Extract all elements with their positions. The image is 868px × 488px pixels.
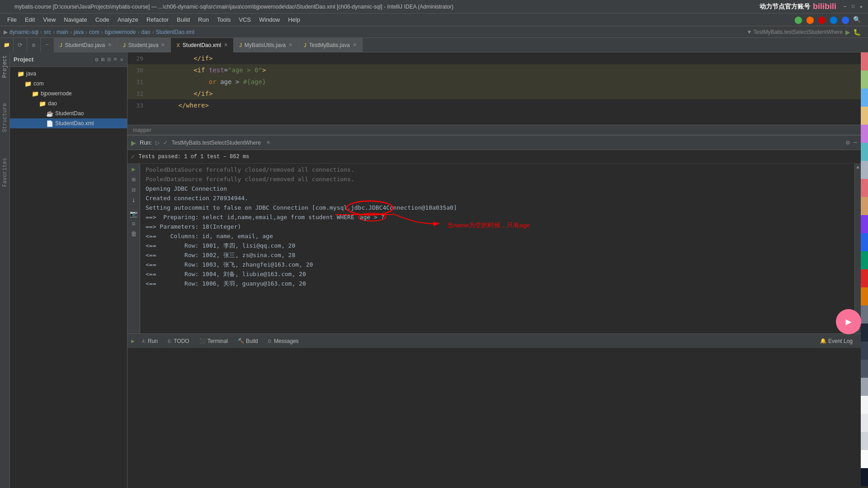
tab-student-java[interactable]: J Student.java ✕ — [118, 38, 171, 52]
color-swatch-5 — [861, 125, 868, 143]
chrome-icon[interactable]: ⬤ — [794, 15, 802, 24]
color-swatch-21 — [861, 414, 868, 432]
bottom-tab-event-log[interactable]: 🔔 Event Log — [816, 335, 857, 347]
panel-icon-cog[interactable]: ⚙ — [95, 56, 99, 63]
close-tab-5[interactable]: ✕ — [353, 42, 357, 48]
menu-tools[interactable]: Tools — [213, 15, 234, 24]
rerun-icon[interactable]: ⊞ — [132, 176, 135, 183]
close-tab-3[interactable]: ✕ — [224, 42, 228, 48]
color-swatch-6 — [861, 143, 868, 161]
breadcrumb-src[interactable]: src — [44, 29, 51, 35]
panel-icon-collapse[interactable]: ⊟ — [108, 56, 111, 63]
tree-studentdao-xml[interactable]: 📄 StudentDao.xml — [10, 118, 127, 128]
minus-icon[interactable]: − — [46, 42, 49, 48]
tab-studentdao-xml[interactable]: X StudentDao.xml ✕ — [171, 38, 234, 52]
gear-icon[interactable]: ⚙ — [32, 42, 36, 49]
bottom-tab-build[interactable]: 🔨 Build — [233, 335, 263, 347]
console-line-8: <== Row: 1001, 李四, lisi@qq.com, 20 — [146, 241, 849, 250]
bilibili-logo: bilibili — [813, 2, 836, 11]
java-icon-4: J — [304, 42, 307, 48]
close-tab-1[interactable]: ✕ — [108, 42, 112, 48]
breadcrumb-bjpowernode[interactable]: bjpowernode — [105, 29, 136, 35]
breadcrumb-com[interactable]: com — [89, 29, 99, 35]
console-line-6: ==> Parameters: 18(Integer) — [146, 222, 849, 231]
filter-icon[interactable]: ≡ — [132, 221, 135, 228]
tab-testmybatis-java[interactable]: J TestMyBatis.java ✕ — [298, 38, 363, 52]
tree-studentdao[interactable]: ☕ StudentDao — [10, 108, 127, 118]
tree-java[interactable]: 📁 java — [10, 69, 127, 79]
breadcrumb-dynamic-sql[interactable]: dynamic-sql — [9, 29, 38, 35]
bottom-tab-terminal[interactable]: ⬛ Terminal — [195, 335, 232, 347]
window-controls[interactable]: — □ ✕ — [842, 4, 864, 10]
run-config-dropdown[interactable]: ▼ TestMyBatis.testSelectStudentWhere — [747, 29, 843, 35]
maximize-button[interactable]: □ — [850, 4, 856, 10]
breadcrumb-java[interactable]: java — [74, 29, 84, 35]
close-tab-2[interactable]: ✕ — [161, 42, 165, 48]
menu-vcs[interactable]: VCS — [235, 15, 255, 24]
minimize-run-icon[interactable]: — — [854, 139, 857, 146]
favorites-sidebar-label[interactable]: Favorites — [2, 158, 8, 187]
project-toggle[interactable]: 📁 — [4, 42, 10, 48]
menu-build[interactable]: Build — [173, 15, 193, 24]
panel-icon-gear[interactable]: ≡ — [113, 56, 117, 63]
project-panel-icons[interactable]: ⚙ ⊞ ⊟ ≡ ✕ — [95, 56, 123, 63]
code-line-29: 29 </if> — [127, 52, 861, 64]
code-line-30: 30 <if test="age > 0"> — [127, 64, 861, 76]
firefox-icon[interactable]: ⬤ — [806, 15, 814, 24]
ie-icon[interactable]: ⬤ — [830, 15, 838, 24]
tree-bjpowernode[interactable]: 📁 bjpowernode — [10, 89, 127, 99]
console-line-3: Created connection 278934944. — [146, 194, 849, 203]
settings-icon[interactable]: ⚙ — [846, 139, 849, 146]
console-line-0: PooledDataSource forcefully closed/remov… — [146, 165, 849, 174]
run-title: ▶ Run: ▷ ✓ TestMyBatis.testSelectStudent… — [131, 139, 270, 146]
close-button[interactable]: ✕ — [858, 4, 864, 10]
menu-refactor[interactable]: Refactor — [143, 15, 172, 24]
bottom-tab-messages[interactable]: 0: Messages — [264, 335, 303, 347]
tree-com[interactable]: 📁 com — [10, 79, 127, 89]
debug-button[interactable]: 🐛 — [853, 28, 861, 36]
search-icon[interactable]: 🔍 — [853, 16, 861, 23]
tree-dao[interactable]: 📁 dao — [10, 99, 127, 108]
menu-view[interactable]: View — [39, 15, 59, 24]
bilibili-play-button[interactable]: ▶ — [836, 309, 861, 334]
run-again-icon[interactable]: ▶ — [132, 165, 135, 173]
stop-icon[interactable]: ⊟ — [132, 186, 135, 194]
bottom-tab-todo[interactable]: 6: TODO — [163, 335, 194, 347]
trash-icon[interactable]: 🗑 — [131, 230, 137, 238]
opera-icon[interactable]: ⬤ — [818, 15, 826, 24]
project-sidebar-label[interactable]: Project — [2, 55, 8, 78]
run-icon-2[interactable]: ▷ — [156, 140, 160, 146]
minimize-button[interactable]: — — [842, 4, 848, 10]
sync-icon[interactable]: ⟳ — [18, 42, 23, 49]
code-editor[interactable]: 29 </if> 30 <if test="age > 0"> 31 or ag… — [127, 52, 861, 125]
bottom-tab-run[interactable]: 4: Run — [137, 335, 162, 347]
editor-area: 29 </if> 30 <if test="age > 0"> 31 or ag… — [127, 52, 861, 488]
menu-run[interactable]: Run — [194, 15, 212, 24]
close-tab-4[interactable]: ✕ — [288, 42, 292, 48]
run-close-btn[interactable]: ✕ — [266, 140, 270, 145]
tab-studentdao-java[interactable]: J StudentDao.java ✕ — [54, 38, 118, 52]
menu-edit[interactable]: Edit — [21, 15, 38, 24]
menu-navigate[interactable]: Navigate — [60, 15, 90, 24]
scroll-up-arrow[interactable]: ▲ — [856, 164, 859, 170]
run-button[interactable]: ▶ — [845, 28, 850, 36]
menu-analyze[interactable]: Analyze — [114, 15, 142, 24]
camera-icon[interactable]: 📷 — [130, 210, 137, 218]
breadcrumb-main[interactable]: main — [57, 29, 68, 35]
tab-mybatisutils-java[interactable]: J MyBatisUtils.java ✕ — [234, 38, 298, 52]
edge-icon[interactable]: ⬤ — [841, 15, 849, 24]
menu-help[interactable]: Help — [284, 15, 304, 24]
right-scrollbar[interactable]: ▲ ▼ — [854, 164, 861, 333]
breadcrumb-studentdao-xml[interactable]: StudentDao.xml — [156, 29, 194, 35]
menu-window[interactable]: Window — [255, 15, 283, 24]
menu-code[interactable]: Code — [92, 15, 113, 24]
run-header-icons[interactable]: ⚙ — — [846, 139, 857, 146]
structure-sidebar-label[interactable]: Structure — [2, 103, 8, 132]
panel-icon-close[interactable]: ✕ — [120, 56, 123, 63]
breadcrumb-dao[interactable]: dao — [141, 29, 150, 35]
run-play-icon[interactable]: ▶ — [131, 139, 136, 146]
scroll-down-icon[interactable]: ↓ — [132, 197, 135, 204]
panel-icon-expand[interactable]: ⊞ — [101, 56, 105, 63]
menu-file[interactable]: File — [4, 15, 20, 24]
menu-bar: File Edit View Navigate Code Analyze Ref… — [0, 14, 868, 26]
